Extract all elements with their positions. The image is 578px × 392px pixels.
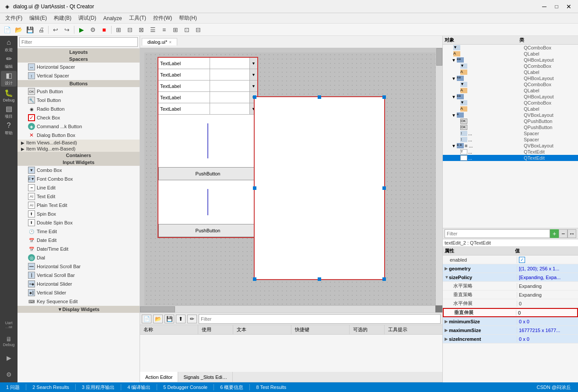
sidebar-item-plaintextedit[interactable]: AI Plain Text Edit	[18, 201, 140, 210]
bottom-toolbar-btn-2[interactable]: 📂	[153, 315, 163, 323]
toolbar-print[interactable]: 🖨	[36, 25, 46, 35]
sidebar-item-dateedit[interactable]: 📅 Date Edit	[18, 236, 140, 245]
tab-signals-slots[interactable]: Signals _Slots Edi…	[178, 372, 233, 382]
tree-item-qlabel-4[interactable]: A QLabel	[443, 106, 578, 112]
sidebar-item-pushbutton[interactable]: OK Push Button	[18, 87, 140, 96]
menu-analyze[interactable]: Analyze	[100, 13, 126, 24]
sidebar-section-spacers[interactable]: Spacers	[18, 56, 140, 63]
prop-expand-sizepolicy[interactable]: ▼	[443, 275, 448, 280]
toolbar-layout3[interactable]: ⊠	[136, 25, 147, 35]
sidebar-section-buttons[interactable]: Buttons	[18, 80, 140, 87]
canvas-tab-dialog[interactable]: dialog.ui* ×	[142, 38, 177, 46]
prop-expand-geometry[interactable]: ▶	[443, 266, 448, 271]
bottom-filter-input[interactable]	[199, 314, 441, 324]
toolbar-layout2[interactable]: ⊟	[125, 25, 135, 35]
iconbar-debug-bottom[interactable]: 🖥 Debug	[1, 333, 17, 349]
tree-item-qpushbutton-2[interactable]: OK QPushButton	[443, 124, 578, 130]
prop-row-maxsize[interactable]: ▶ maximumSize 16777215 x 1677...	[443, 326, 578, 335]
iconbar-build[interactable]: ▶	[1, 350, 17, 366]
tree-item-spacer-1[interactable]: ↕ ... Spacer	[443, 130, 578, 136]
toolbar-open[interactable]: 📂	[13, 25, 24, 35]
sidebar-item-vscrollbar[interactable]: ┃ Vertical Scroll Bar	[18, 271, 140, 280]
sidebar-item-doublespinbox[interactable]: ⬆ Double Spin Box	[18, 218, 140, 227]
sidebar-item-timeedit[interactable]: 🕐 Time Edit	[18, 227, 140, 236]
tree-item-qcombobox-1[interactable]: ▼ QComboBox	[443, 45, 578, 51]
canvas-hscroll[interactable]	[140, 305, 435, 312]
minimize-button[interactable]: ─	[539, 2, 550, 11]
iconbar-debug[interactable]: 🐛 Debug	[1, 88, 17, 103]
sidebar-item-datetimeedit[interactable]: 📅 Date/Time Edit	[18, 245, 140, 253]
prop-row-geometry[interactable]: ▶ geometry [(1, 200); 256 x 1...	[443, 264, 578, 273]
sidebar-item-toolbutton[interactable]: 🔧 Tool Button	[18, 96, 140, 105]
tree-item-qpushbutton-1[interactable]: OK QPushButton	[443, 118, 578, 124]
tree-item-qcombobox-3[interactable]: ▼ QComboBox	[443, 81, 578, 88]
toolbar-stop[interactable]: ■	[99, 25, 109, 35]
pushbutton-2[interactable]: PushButton	[158, 224, 257, 237]
sidebar-section-displaywidgets[interactable]: ▼ Display Widgets	[18, 306, 140, 313]
combo-2[interactable]: ▼	[210, 69, 258, 80]
status-item-problems[interactable]: 1 问题	[4, 384, 22, 391]
sidebar-item-keysequenceedit[interactable]: ⌨ Key Sequence Edit	[18, 297, 140, 306]
bottom-toolbar-btn-3[interactable]: 💾	[165, 315, 174, 323]
combo-5[interactable]: ▼	[210, 103, 258, 114]
canvas-vscroll-thumb[interactable]	[436, 48, 442, 66]
prop-input-v-stretch[interactable]	[518, 310, 575, 315]
bottom-toolbar-btn-5[interactable]: ✏	[187, 315, 197, 323]
canvas-main[interactable]: TextLabel ▼ TextLabel ▼ Text	[140, 48, 442, 312]
menu-build[interactable]: 构建(B)	[50, 13, 75, 24]
tree-item-qhboxlayout-3[interactable]: ▼ ≡≡ QHBoxLayout	[443, 94, 578, 100]
tree-item-spacer-2[interactable]: ↕ ... Spacer	[443, 136, 578, 143]
toolbar-align[interactable]: ⊟	[193, 25, 203, 35]
status-item-overview[interactable]: 6 概要信息	[217, 384, 246, 391]
toolbar-run[interactable]: ▶	[76, 25, 87, 35]
pushbutton-1[interactable]: PushButton	[158, 167, 257, 180]
toolbar-debug-run[interactable]: ⚙	[88, 25, 98, 35]
canvas-hscroll-thumb[interactable]	[140, 306, 175, 312]
tab-action-editor[interactable]: Action Editor	[140, 372, 178, 382]
sidebar-section-layouts[interactable]: Layouts	[18, 49, 140, 56]
sidebar-item-hscrollbar[interactable]: ━━ Horizontal Scroll Bar	[18, 262, 140, 271]
menu-debug[interactable]: 调试(D)	[75, 13, 100, 24]
iconbar-edit[interactable]: ✏ 编辑	[1, 54, 17, 70]
toolbar-layout5[interactable]: ≡	[159, 25, 169, 35]
tree-item-qtextedit-2[interactable]: T ... QTextEdit	[443, 155, 578, 161]
combo-4[interactable]: ▼	[210, 92, 258, 103]
canvas-vscroll[interactable]	[435, 48, 442, 305]
status-item-appout[interactable]: 3 应用程序输出	[79, 384, 117, 391]
combo-3[interactable]: ▼	[210, 80, 258, 91]
sidebar-item-spinbox[interactable]: ⬆ Spin Box	[18, 210, 140, 218]
sidebar-item-dial[interactable]: ◎ Dial	[18, 253, 140, 262]
canvas-tab-close[interactable]: ×	[169, 40, 172, 45]
tree-item-qhboxlayout-2[interactable]: ▼ ≡≡ QHBoxLayout	[443, 75, 578, 81]
sidebar-section-inputwidgets[interactable]: Input Widgets	[18, 159, 140, 166]
props-filter-input[interactable]	[445, 229, 550, 238]
prop-row-minsize[interactable]: ▶ minimumSize 0 x 0	[443, 317, 578, 326]
toolbar-redo[interactable]: ↪	[62, 25, 72, 35]
bottom-toolbar-btn-1[interactable]: 📄	[142, 315, 151, 323]
close-button[interactable]: ✕	[563, 2, 574, 11]
tree-item-qlabel-2[interactable]: A QLabel	[443, 69, 578, 75]
iconbar-design[interactable]: ◧ 设计	[1, 71, 17, 87]
props-expand-button[interactable]: ↔	[567, 229, 576, 238]
sidebar-item-combobox[interactable]: ▼ Combo Box	[18, 166, 140, 175]
toolbar-layout1[interactable]: ⊞	[113, 25, 124, 35]
iconbar-help[interactable]: ? 帮助	[1, 121, 17, 136]
tree-item-qcombobox-4[interactable]: ▼ QComboBox	[443, 100, 578, 106]
prop-expand-sizeincrement[interactable]: ▶	[443, 336, 448, 341]
iconbar-uartassist[interactable]: Uart …ist	[1, 317, 17, 332]
status-item-debugger[interactable]: 5 Debugger Console	[161, 385, 210, 390]
sidebar-section-containers[interactable]: Containers	[18, 152, 140, 159]
menu-tools[interactable]: 工具(T)	[126, 13, 150, 24]
iconbar-projects[interactable]: ▤ 项目	[1, 104, 17, 120]
sidebar-item-hspacer[interactable]: ↔ Horizontal Spacer	[18, 63, 140, 71]
toolbar-undo[interactable]: ↩	[50, 25, 61, 35]
design-area[interactable]: TextLabel ▼ TextLabel ▼ Text	[144, 52, 435, 305]
props-add-button[interactable]: +	[550, 229, 559, 238]
tree-item-qvboxlayout-1[interactable]: ▼ ≡ QVBoxLayout	[443, 112, 578, 118]
sidebar-item-fontcombobox[interactable]: F▼ Font Combo Box	[18, 175, 140, 183]
tree-item-qtextedit-1[interactable]: T ... QTextEdit	[443, 149, 578, 155]
menu-help[interactable]: 帮助(H)	[175, 13, 200, 24]
menu-file[interactable]: 文件(F)	[2, 13, 26, 24]
sidebar-item-radiobutton[interactable]: ◉ Radio Button	[18, 105, 140, 113]
sidebar-item-hslider[interactable]: ━◆ Horizontal Slider	[18, 280, 140, 288]
